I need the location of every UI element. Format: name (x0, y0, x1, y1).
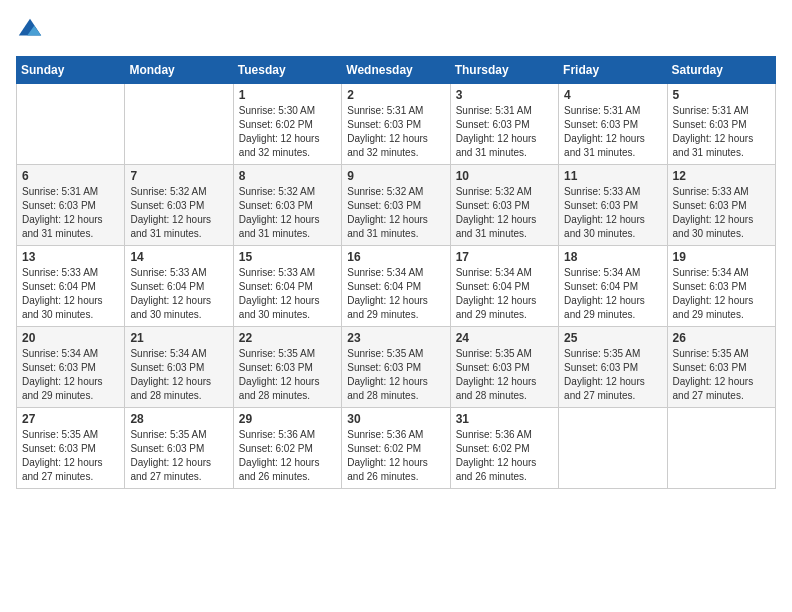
cell-info: Sunrise: 5:31 AM Sunset: 6:03 PM Dayligh… (347, 104, 444, 160)
calendar-cell (559, 408, 667, 489)
calendar-cell: 10Sunrise: 5:32 AM Sunset: 6:03 PM Dayli… (450, 165, 558, 246)
day-number: 4 (564, 88, 661, 102)
day-of-week-monday: Monday (125, 57, 233, 84)
calendar-cell: 31Sunrise: 5:36 AM Sunset: 6:02 PM Dayli… (450, 408, 558, 489)
cell-info: Sunrise: 5:33 AM Sunset: 6:04 PM Dayligh… (239, 266, 336, 322)
cell-info: Sunrise: 5:35 AM Sunset: 6:03 PM Dayligh… (456, 347, 553, 403)
calendar-cell: 16Sunrise: 5:34 AM Sunset: 6:04 PM Dayli… (342, 246, 450, 327)
day-number: 9 (347, 169, 444, 183)
calendar-cell: 22Sunrise: 5:35 AM Sunset: 6:03 PM Dayli… (233, 327, 341, 408)
day-of-week-sunday: Sunday (17, 57, 125, 84)
calendar-body: 1Sunrise: 5:30 AM Sunset: 6:02 PM Daylig… (17, 84, 776, 489)
calendar-cell: 8Sunrise: 5:32 AM Sunset: 6:03 PM Daylig… (233, 165, 341, 246)
cell-info: Sunrise: 5:34 AM Sunset: 6:04 PM Dayligh… (347, 266, 444, 322)
day-of-week-friday: Friday (559, 57, 667, 84)
day-number: 11 (564, 169, 661, 183)
cell-info: Sunrise: 5:34 AM Sunset: 6:04 PM Dayligh… (456, 266, 553, 322)
calendar-cell: 9Sunrise: 5:32 AM Sunset: 6:03 PM Daylig… (342, 165, 450, 246)
cell-info: Sunrise: 5:34 AM Sunset: 6:04 PM Dayligh… (564, 266, 661, 322)
calendar-week-row: 27Sunrise: 5:35 AM Sunset: 6:03 PM Dayli… (17, 408, 776, 489)
cell-info: Sunrise: 5:32 AM Sunset: 6:03 PM Dayligh… (239, 185, 336, 241)
calendar-cell: 13Sunrise: 5:33 AM Sunset: 6:04 PM Dayli… (17, 246, 125, 327)
day-number: 1 (239, 88, 336, 102)
cell-info: Sunrise: 5:30 AM Sunset: 6:02 PM Dayligh… (239, 104, 336, 160)
calendar-cell: 20Sunrise: 5:34 AM Sunset: 6:03 PM Dayli… (17, 327, 125, 408)
cell-info: Sunrise: 5:35 AM Sunset: 6:03 PM Dayligh… (673, 347, 770, 403)
calendar-cell: 23Sunrise: 5:35 AM Sunset: 6:03 PM Dayli… (342, 327, 450, 408)
day-of-week-wednesday: Wednesday (342, 57, 450, 84)
cell-info: Sunrise: 5:34 AM Sunset: 6:03 PM Dayligh… (673, 266, 770, 322)
calendar-cell (17, 84, 125, 165)
calendar-cell: 5Sunrise: 5:31 AM Sunset: 6:03 PM Daylig… (667, 84, 775, 165)
day-number: 28 (130, 412, 227, 426)
calendar-cell: 14Sunrise: 5:33 AM Sunset: 6:04 PM Dayli… (125, 246, 233, 327)
calendar-header: SundayMondayTuesdayWednesdayThursdayFrid… (17, 57, 776, 84)
day-number: 21 (130, 331, 227, 345)
day-number: 19 (673, 250, 770, 264)
cell-info: Sunrise: 5:35 AM Sunset: 6:03 PM Dayligh… (130, 428, 227, 484)
cell-info: Sunrise: 5:35 AM Sunset: 6:03 PM Dayligh… (564, 347, 661, 403)
calendar-week-row: 1Sunrise: 5:30 AM Sunset: 6:02 PM Daylig… (17, 84, 776, 165)
calendar-cell: 7Sunrise: 5:32 AM Sunset: 6:03 PM Daylig… (125, 165, 233, 246)
cell-info: Sunrise: 5:33 AM Sunset: 6:03 PM Dayligh… (564, 185, 661, 241)
day-number: 22 (239, 331, 336, 345)
calendar-cell: 1Sunrise: 5:30 AM Sunset: 6:02 PM Daylig… (233, 84, 341, 165)
cell-info: Sunrise: 5:32 AM Sunset: 6:03 PM Dayligh… (347, 185, 444, 241)
calendar-week-row: 20Sunrise: 5:34 AM Sunset: 6:03 PM Dayli… (17, 327, 776, 408)
calendar-cell: 15Sunrise: 5:33 AM Sunset: 6:04 PM Dayli… (233, 246, 341, 327)
calendar-cell: 3Sunrise: 5:31 AM Sunset: 6:03 PM Daylig… (450, 84, 558, 165)
calendar-cell: 6Sunrise: 5:31 AM Sunset: 6:03 PM Daylig… (17, 165, 125, 246)
day-number: 17 (456, 250, 553, 264)
cell-info: Sunrise: 5:31 AM Sunset: 6:03 PM Dayligh… (456, 104, 553, 160)
day-number: 14 (130, 250, 227, 264)
day-number: 8 (239, 169, 336, 183)
day-number: 25 (564, 331, 661, 345)
day-number: 27 (22, 412, 119, 426)
calendar-cell (667, 408, 775, 489)
calendar-cell: 27Sunrise: 5:35 AM Sunset: 6:03 PM Dayli… (17, 408, 125, 489)
day-number: 12 (673, 169, 770, 183)
logo (16, 16, 48, 44)
day-number: 16 (347, 250, 444, 264)
cell-info: Sunrise: 5:32 AM Sunset: 6:03 PM Dayligh… (130, 185, 227, 241)
logo-icon (16, 16, 44, 44)
calendar-cell: 11Sunrise: 5:33 AM Sunset: 6:03 PM Dayli… (559, 165, 667, 246)
day-number: 2 (347, 88, 444, 102)
calendar-cell: 2Sunrise: 5:31 AM Sunset: 6:03 PM Daylig… (342, 84, 450, 165)
day-number: 26 (673, 331, 770, 345)
cell-info: Sunrise: 5:36 AM Sunset: 6:02 PM Dayligh… (239, 428, 336, 484)
calendar-cell: 30Sunrise: 5:36 AM Sunset: 6:02 PM Dayli… (342, 408, 450, 489)
calendar-cell: 17Sunrise: 5:34 AM Sunset: 6:04 PM Dayli… (450, 246, 558, 327)
day-number: 20 (22, 331, 119, 345)
day-of-week-thursday: Thursday (450, 57, 558, 84)
calendar-cell: 12Sunrise: 5:33 AM Sunset: 6:03 PM Dayli… (667, 165, 775, 246)
cell-info: Sunrise: 5:33 AM Sunset: 6:03 PM Dayligh… (673, 185, 770, 241)
cell-info: Sunrise: 5:31 AM Sunset: 6:03 PM Dayligh… (673, 104, 770, 160)
cell-info: Sunrise: 5:36 AM Sunset: 6:02 PM Dayligh… (456, 428, 553, 484)
day-number: 15 (239, 250, 336, 264)
day-number: 31 (456, 412, 553, 426)
day-number: 24 (456, 331, 553, 345)
calendar-week-row: 13Sunrise: 5:33 AM Sunset: 6:04 PM Dayli… (17, 246, 776, 327)
calendar-cell: 29Sunrise: 5:36 AM Sunset: 6:02 PM Dayli… (233, 408, 341, 489)
cell-info: Sunrise: 5:31 AM Sunset: 6:03 PM Dayligh… (564, 104, 661, 160)
cell-info: Sunrise: 5:35 AM Sunset: 6:03 PM Dayligh… (22, 428, 119, 484)
cell-info: Sunrise: 5:35 AM Sunset: 6:03 PM Dayligh… (347, 347, 444, 403)
day-number: 6 (22, 169, 119, 183)
day-of-week-saturday: Saturday (667, 57, 775, 84)
day-number: 23 (347, 331, 444, 345)
calendar-cell (125, 84, 233, 165)
day-number: 30 (347, 412, 444, 426)
cell-info: Sunrise: 5:33 AM Sunset: 6:04 PM Dayligh… (22, 266, 119, 322)
cell-info: Sunrise: 5:35 AM Sunset: 6:03 PM Dayligh… (239, 347, 336, 403)
calendar-cell: 24Sunrise: 5:35 AM Sunset: 6:03 PM Dayli… (450, 327, 558, 408)
calendar-table: SundayMondayTuesdayWednesdayThursdayFrid… (16, 56, 776, 489)
cell-info: Sunrise: 5:31 AM Sunset: 6:03 PM Dayligh… (22, 185, 119, 241)
day-number: 13 (22, 250, 119, 264)
cell-info: Sunrise: 5:34 AM Sunset: 6:03 PM Dayligh… (22, 347, 119, 403)
calendar-cell: 28Sunrise: 5:35 AM Sunset: 6:03 PM Dayli… (125, 408, 233, 489)
day-number: 18 (564, 250, 661, 264)
page-header (16, 16, 776, 44)
calendar-cell: 21Sunrise: 5:34 AM Sunset: 6:03 PM Dayli… (125, 327, 233, 408)
day-number: 5 (673, 88, 770, 102)
